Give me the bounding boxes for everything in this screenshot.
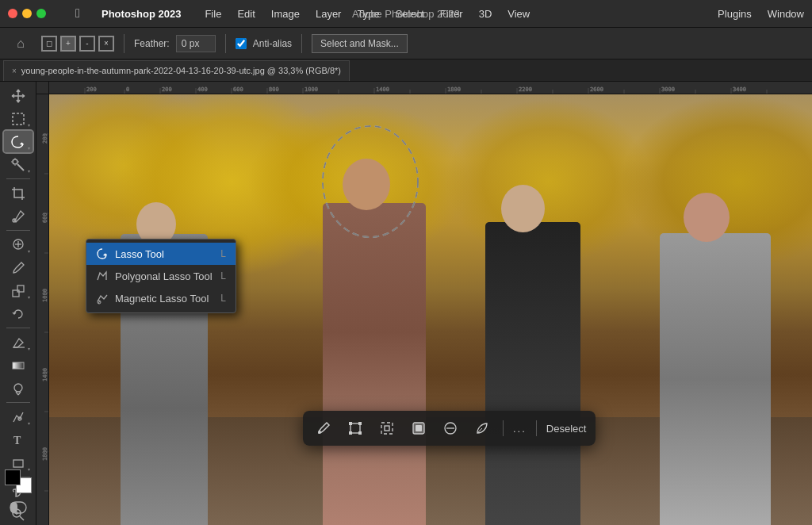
svg-text:800: 800	[269, 86, 279, 93]
ft-more-button[interactable]: ...	[513, 423, 527, 435]
pen-tool-button[interactable]: ▾	[4, 406, 33, 427]
menu-image[interactable]: Image	[263, 0, 308, 28]
ft-paint-icon[interactable]	[312, 417, 335, 439]
home-button[interactable]: ⌂	[6, 31, 35, 56]
eraser-arrow-icon: ▾	[28, 346, 30, 351]
toolbar-separator-1	[6, 178, 30, 179]
document-tab[interactable]: × young-people-in-the-autumn-park-2022-0…	[3, 60, 350, 81]
svg-rect-79	[349, 422, 352, 425]
svg-text:1400: 1400	[376, 86, 389, 93]
svg-rect-14	[13, 362, 24, 369]
eraser-button[interactable]: ▾	[4, 331, 33, 353]
svg-rect-26	[10, 502, 17, 513]
pen-arrow-icon: ▾	[28, 420, 30, 426]
menu-bar:  Photoshop 2023 File Edit Image Layer T…	[0, 0, 812, 28]
polygonal-lasso-item[interactable]: Polygonal Lasso Tool L	[86, 265, 236, 287]
tab-close-icon[interactable]: ×	[12, 67, 17, 75]
menu-right: Plugins Window	[718, 8, 804, 20]
lasso-tool-button[interactable]: ▾	[4, 131, 33, 152]
svg-rect-82	[358, 431, 362, 435]
floating-toolbar: ... Deselect	[303, 411, 596, 446]
svg-rect-12	[17, 285, 24, 292]
lasso-tool-item[interactable]: Lasso Tool L	[86, 243, 236, 265]
menu-edit[interactable]: Edit	[229, 0, 262, 28]
menu-layer[interactable]: Layer	[308, 0, 350, 28]
polygonal-shortcut: L	[220, 270, 226, 282]
person-2-selected	[311, 159, 438, 525]
new-selection-mode[interactable]: ◻	[41, 36, 57, 52]
move-tool-button[interactable]	[4, 85, 33, 106]
traffic-lights	[8, 9, 46, 18]
lasso-tool-dropdown: Lasso Tool L Polygonal Lasso Tool L	[86, 239, 236, 313]
ft-subtract-icon[interactable]	[439, 417, 462, 439]
crop-tool-button[interactable]	[4, 182, 33, 204]
ft-inverse-icon[interactable]	[376, 417, 398, 439]
ft-fill-icon[interactable]	[408, 417, 430, 439]
svg-rect-80	[358, 422, 362, 425]
svg-text:3000: 3000	[661, 86, 675, 93]
feather-input[interactable]	[176, 35, 216, 52]
stamp-tool-button[interactable]: ▾	[4, 280, 33, 301]
options-separator-3	[301, 34, 302, 53]
svg-text:1400: 1400	[42, 368, 48, 381]
subtract-selection-mode[interactable]: -	[79, 36, 95, 52]
svg-text:1000: 1000	[304, 86, 318, 93]
feather-label: Feather:	[134, 38, 170, 49]
history-brush-button[interactable]	[4, 303, 33, 324]
lasso-mode-icons: ◻ + - ×	[41, 36, 114, 52]
ruler-horizontal: 200 0 200 400 600 800 1000	[49, 82, 812, 94]
color-swatches[interactable]	[5, 469, 32, 493]
toolbar-separator-2	[6, 230, 30, 231]
ft-transform-icon[interactable]	[344, 417, 366, 439]
heal-arrow-icon: ▾	[28, 248, 30, 254]
ruler-vertical: 200 600 1000 1400 1800	[36, 94, 49, 525]
menu-plugins[interactable]: Plugins	[718, 8, 752, 20]
tool-arrow-icon: ▾	[28, 122, 30, 128]
marquee-tool-button[interactable]: ▾	[4, 108, 33, 129]
heal-tool-button[interactable]: ▾	[4, 234, 33, 255]
svg-point-77	[318, 431, 321, 434]
stamp-arrow-icon: ▾	[28, 294, 30, 300]
svg-rect-84	[385, 426, 389, 431]
svg-rect-83	[381, 423, 393, 434]
minimize-button[interactable]	[22, 9, 32, 18]
close-button[interactable]	[8, 9, 17, 18]
svg-text:200: 200	[162, 86, 172, 93]
menu-file[interactable]: File	[197, 0, 229, 28]
select-and-mask-button[interactable]: Select and Mask...	[312, 34, 408, 53]
dodge-button[interactable]	[4, 377, 33, 399]
svg-text:3400: 3400	[733, 86, 746, 93]
tab-bar: × young-people-in-the-autumn-park-2022-0…	[0, 59, 812, 82]
lasso-shortcut: L	[220, 248, 226, 259]
options-separator-1	[124, 34, 124, 53]
ft-separator	[503, 420, 504, 436]
menu-3d[interactable]: 3D	[471, 0, 500, 28]
anti-alias-checkbox[interactable]	[236, 38, 247, 49]
menu-window[interactable]: Window	[768, 8, 804, 20]
svg-text:2600: 2600	[590, 86, 603, 93]
lasso-tool-label: Lasso Tool	[115, 248, 164, 260]
eyedropper-button[interactable]	[4, 205, 33, 227]
svg-text:0: 0	[126, 86, 129, 93]
brush-tool-button[interactable]	[4, 257, 33, 278]
text-tool-button[interactable]: T	[4, 429, 33, 450]
svg-line-1	[17, 164, 24, 171]
quick-mask-button[interactable]	[10, 501, 27, 517]
add-selection-mode[interactable]: +	[60, 36, 76, 52]
svg-text:1800: 1800	[447, 86, 461, 93]
magnetic-lasso-item[interactable]: Magnetic Lasso Tool L	[86, 287, 236, 309]
gradient-button[interactable]	[4, 354, 33, 376]
ft-deselect-button[interactable]: Deselect	[546, 423, 587, 435]
svg-text:200: 200	[42, 133, 48, 144]
magic-wand-button[interactable]: ▾	[4, 154, 33, 175]
svg-text:600: 600	[42, 213, 48, 223]
fullscreen-button[interactable]	[36, 9, 46, 18]
svg-rect-86	[416, 425, 422, 431]
menu-view[interactable]: View	[500, 0, 538, 28]
canvas-area[interactable]: ... Deselect Lasso Tool L	[49, 94, 812, 525]
intersect-selection-mode[interactable]: ×	[98, 36, 114, 52]
options-bar: ⌂ ◻ + - × Feather: Anti-alias Select and…	[0, 28, 812, 59]
tab-filename: young-people-in-the-autumn-park-2022-04-…	[21, 66, 341, 75]
svg-rect-20	[13, 460, 23, 467]
ft-feather-icon[interactable]	[471, 417, 493, 439]
